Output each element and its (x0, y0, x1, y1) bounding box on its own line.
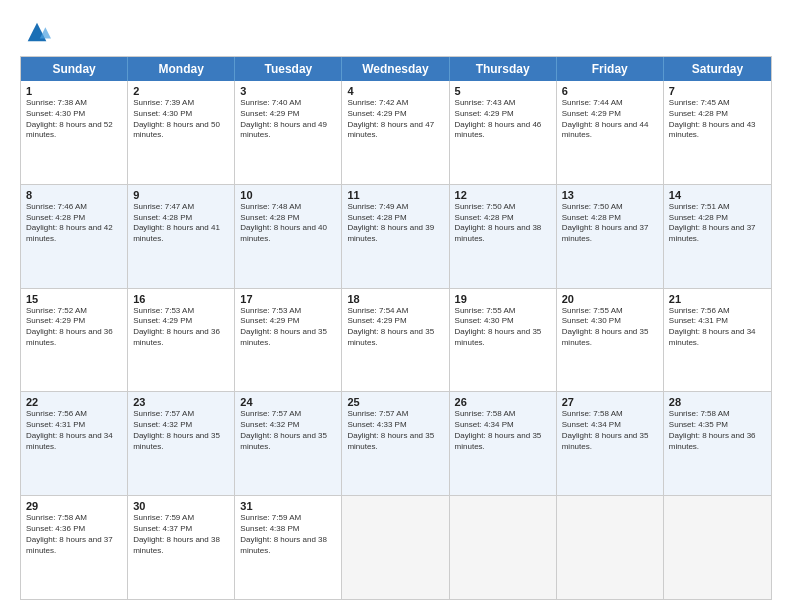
calendar-cell: 24Sunrise: 7:57 AMSunset: 4:32 PMDayligh… (235, 392, 342, 495)
header-day: Saturday (664, 57, 771, 81)
day-info: Sunrise: 7:43 AMSunset: 4:29 PMDaylight:… (455, 98, 551, 141)
calendar-row: 1Sunrise: 7:38 AMSunset: 4:30 PMDaylight… (21, 81, 771, 184)
calendar-row: 22Sunrise: 7:56 AMSunset: 4:31 PMDayligh… (21, 391, 771, 495)
calendar-cell: 9Sunrise: 7:47 AMSunset: 4:28 PMDaylight… (128, 185, 235, 288)
calendar-cell: 28Sunrise: 7:58 AMSunset: 4:35 PMDayligh… (664, 392, 771, 495)
day-number: 10 (240, 189, 336, 201)
page: SundayMondayTuesdayWednesdayThursdayFrid… (0, 0, 792, 612)
day-number: 25 (347, 396, 443, 408)
day-info: Sunrise: 7:57 AMSunset: 4:32 PMDaylight:… (133, 409, 229, 452)
header-day: Thursday (450, 57, 557, 81)
day-info: Sunrise: 7:54 AMSunset: 4:29 PMDaylight:… (347, 306, 443, 349)
day-info: Sunrise: 7:50 AMSunset: 4:28 PMDaylight:… (562, 202, 658, 245)
day-info: Sunrise: 7:56 AMSunset: 4:31 PMDaylight:… (669, 306, 766, 349)
day-info: Sunrise: 7:58 AMSunset: 4:34 PMDaylight:… (455, 409, 551, 452)
day-number: 31 (240, 500, 336, 512)
day-number: 22 (26, 396, 122, 408)
day-info: Sunrise: 7:39 AMSunset: 4:30 PMDaylight:… (133, 98, 229, 141)
calendar-cell: 17Sunrise: 7:53 AMSunset: 4:29 PMDayligh… (235, 289, 342, 392)
day-number: 24 (240, 396, 336, 408)
day-number: 18 (347, 293, 443, 305)
day-number: 5 (455, 85, 551, 97)
calendar-cell: 23Sunrise: 7:57 AMSunset: 4:32 PMDayligh… (128, 392, 235, 495)
day-number: 4 (347, 85, 443, 97)
calendar-cell: 1Sunrise: 7:38 AMSunset: 4:30 PMDaylight… (21, 81, 128, 184)
calendar-cell (342, 496, 449, 599)
calendar-cell: 19Sunrise: 7:55 AMSunset: 4:30 PMDayligh… (450, 289, 557, 392)
day-number: 27 (562, 396, 658, 408)
calendar-cell: 26Sunrise: 7:58 AMSunset: 4:34 PMDayligh… (450, 392, 557, 495)
calendar-row: 15Sunrise: 7:52 AMSunset: 4:29 PMDayligh… (21, 288, 771, 392)
day-number: 13 (562, 189, 658, 201)
calendar-cell: 14Sunrise: 7:51 AMSunset: 4:28 PMDayligh… (664, 185, 771, 288)
day-info: Sunrise: 7:53 AMSunset: 4:29 PMDaylight:… (240, 306, 336, 349)
calendar-cell: 16Sunrise: 7:53 AMSunset: 4:29 PMDayligh… (128, 289, 235, 392)
day-number: 11 (347, 189, 443, 201)
day-number: 28 (669, 396, 766, 408)
day-info: Sunrise: 7:58 AMSunset: 4:35 PMDaylight:… (669, 409, 766, 452)
day-info: Sunrise: 7:57 AMSunset: 4:32 PMDaylight:… (240, 409, 336, 452)
day-info: Sunrise: 7:55 AMSunset: 4:30 PMDaylight:… (455, 306, 551, 349)
calendar-cell: 3Sunrise: 7:40 AMSunset: 4:29 PMDaylight… (235, 81, 342, 184)
calendar-cell: 2Sunrise: 7:39 AMSunset: 4:30 PMDaylight… (128, 81, 235, 184)
day-number: 3 (240, 85, 336, 97)
header-day: Wednesday (342, 57, 449, 81)
calendar-cell: 5Sunrise: 7:43 AMSunset: 4:29 PMDaylight… (450, 81, 557, 184)
day-info: Sunrise: 7:49 AMSunset: 4:28 PMDaylight:… (347, 202, 443, 245)
day-number: 21 (669, 293, 766, 305)
day-number: 29 (26, 500, 122, 512)
calendar-cell: 30Sunrise: 7:59 AMSunset: 4:37 PMDayligh… (128, 496, 235, 599)
day-number: 23 (133, 396, 229, 408)
day-info: Sunrise: 7:45 AMSunset: 4:28 PMDaylight:… (669, 98, 766, 141)
day-info: Sunrise: 7:51 AMSunset: 4:28 PMDaylight:… (669, 202, 766, 245)
day-number: 17 (240, 293, 336, 305)
day-info: Sunrise: 7:58 AMSunset: 4:34 PMDaylight:… (562, 409, 658, 452)
header (20, 18, 772, 46)
calendar-cell: 11Sunrise: 7:49 AMSunset: 4:28 PMDayligh… (342, 185, 449, 288)
day-info: Sunrise: 7:44 AMSunset: 4:29 PMDaylight:… (562, 98, 658, 141)
header-day: Tuesday (235, 57, 342, 81)
calendar-cell: 12Sunrise: 7:50 AMSunset: 4:28 PMDayligh… (450, 185, 557, 288)
day-info: Sunrise: 7:42 AMSunset: 4:29 PMDaylight:… (347, 98, 443, 141)
day-info: Sunrise: 7:50 AMSunset: 4:28 PMDaylight:… (455, 202, 551, 245)
day-number: 9 (133, 189, 229, 201)
calendar-row: 8Sunrise: 7:46 AMSunset: 4:28 PMDaylight… (21, 184, 771, 288)
calendar-header: SundayMondayTuesdayWednesdayThursdayFrid… (21, 57, 771, 81)
day-info: Sunrise: 7:59 AMSunset: 4:38 PMDaylight:… (240, 513, 336, 556)
day-number: 6 (562, 85, 658, 97)
day-info: Sunrise: 7:40 AMSunset: 4:29 PMDaylight:… (240, 98, 336, 141)
logo-icon (23, 18, 51, 46)
calendar-cell (664, 496, 771, 599)
calendar-cell: 15Sunrise: 7:52 AMSunset: 4:29 PMDayligh… (21, 289, 128, 392)
header-day: Monday (128, 57, 235, 81)
calendar-cell: 8Sunrise: 7:46 AMSunset: 4:28 PMDaylight… (21, 185, 128, 288)
calendar-cell (557, 496, 664, 599)
day-number: 30 (133, 500, 229, 512)
calendar-cell: 29Sunrise: 7:58 AMSunset: 4:36 PMDayligh… (21, 496, 128, 599)
calendar: SundayMondayTuesdayWednesdayThursdayFrid… (20, 56, 772, 600)
calendar-cell: 18Sunrise: 7:54 AMSunset: 4:29 PMDayligh… (342, 289, 449, 392)
calendar-cell: 21Sunrise: 7:56 AMSunset: 4:31 PMDayligh… (664, 289, 771, 392)
day-number: 2 (133, 85, 229, 97)
day-info: Sunrise: 7:58 AMSunset: 4:36 PMDaylight:… (26, 513, 122, 556)
day-number: 16 (133, 293, 229, 305)
day-info: Sunrise: 7:52 AMSunset: 4:29 PMDaylight:… (26, 306, 122, 349)
day-number: 19 (455, 293, 551, 305)
calendar-cell: 6Sunrise: 7:44 AMSunset: 4:29 PMDaylight… (557, 81, 664, 184)
day-info: Sunrise: 7:46 AMSunset: 4:28 PMDaylight:… (26, 202, 122, 245)
calendar-cell: 25Sunrise: 7:57 AMSunset: 4:33 PMDayligh… (342, 392, 449, 495)
day-info: Sunrise: 7:59 AMSunset: 4:37 PMDaylight:… (133, 513, 229, 556)
day-info: Sunrise: 7:53 AMSunset: 4:29 PMDaylight:… (133, 306, 229, 349)
calendar-cell: 27Sunrise: 7:58 AMSunset: 4:34 PMDayligh… (557, 392, 664, 495)
calendar-cell (450, 496, 557, 599)
day-info: Sunrise: 7:55 AMSunset: 4:30 PMDaylight:… (562, 306, 658, 349)
calendar-cell: 22Sunrise: 7:56 AMSunset: 4:31 PMDayligh… (21, 392, 128, 495)
calendar-cell: 4Sunrise: 7:42 AMSunset: 4:29 PMDaylight… (342, 81, 449, 184)
day-info: Sunrise: 7:57 AMSunset: 4:33 PMDaylight:… (347, 409, 443, 452)
calendar-cell: 20Sunrise: 7:55 AMSunset: 4:30 PMDayligh… (557, 289, 664, 392)
day-info: Sunrise: 7:56 AMSunset: 4:31 PMDaylight:… (26, 409, 122, 452)
calendar-row: 29Sunrise: 7:58 AMSunset: 4:36 PMDayligh… (21, 495, 771, 599)
calendar-cell: 7Sunrise: 7:45 AMSunset: 4:28 PMDaylight… (664, 81, 771, 184)
day-number: 26 (455, 396, 551, 408)
calendar-cell: 10Sunrise: 7:48 AMSunset: 4:28 PMDayligh… (235, 185, 342, 288)
